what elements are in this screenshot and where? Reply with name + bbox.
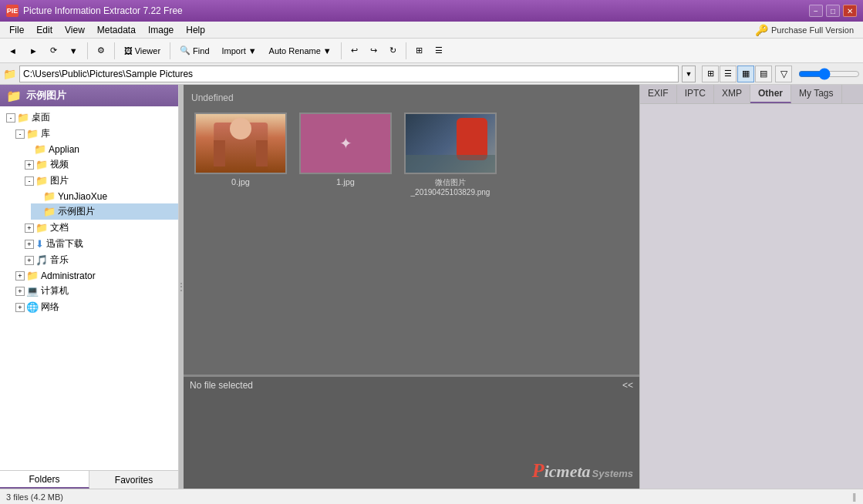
menu-help[interactable]: Help: [180, 23, 211, 37]
view-btn-4[interactable]: ▤: [755, 66, 772, 82]
filter-button[interactable]: ▽: [775, 66, 792, 82]
tree-toggle-network[interactable]: +: [15, 303, 25, 312]
folder-icon-xunlei: ⬇: [35, 238, 44, 250]
menu-image[interactable]: Image: [142, 23, 180, 37]
preview-header: No file selected <<: [184, 377, 639, 394]
view-grid-button[interactable]: ⊞: [410, 41, 428, 61]
purchase-link[interactable]: Purchase Full Version: [771, 25, 854, 35]
address-dropdown-button[interactable]: ▼: [682, 66, 696, 82]
tree-label-computer: 计算机: [41, 284, 69, 297]
tree-label-desktop: 桌面: [32, 111, 50, 124]
info-tab-mytags[interactable]: My Tags: [791, 85, 841, 103]
no-file-text: No file selected: [190, 380, 253, 391]
tree-label-xunlei: 迅雷下载: [46, 237, 83, 250]
find-button[interactable]: 🔍 Find: [174, 41, 214, 61]
refresh-button[interactable]: ⟳: [45, 41, 62, 61]
tree-item-xunlei[interactable]: + ⬇ 迅雷下载: [22, 236, 178, 252]
tree-toggle-desktop[interactable]: -: [6, 113, 15, 123]
zoom-slider[interactable]: [798, 68, 860, 80]
menu-metadata[interactable]: Metadata: [91, 23, 142, 37]
auto-rename-label: Auto Rename: [269, 46, 321, 55]
info-content: [640, 104, 863, 489]
thumb-img-pink: [301, 114, 390, 173]
toolbar-sep-1: [87, 42, 88, 59]
tab-folders[interactable]: Folders: [0, 471, 89, 489]
import-button[interactable]: Import ▼: [217, 41, 262, 61]
info-panel: EXIF IPTC XMP Other My Tags: [639, 85, 863, 489]
tree-label-sample: 示例图片: [58, 205, 95, 218]
tree-item-computer[interactable]: + 💻 计算机: [12, 283, 178, 299]
panel-tabs: Folders Favorites: [0, 470, 178, 489]
tab-favorites[interactable]: Favorites: [89, 471, 178, 489]
folder-icon-admin: 📁: [26, 270, 39, 281]
forward-button[interactable]: ►: [24, 41, 43, 61]
tree-item-applian[interactable]: 📁 Applian: [22, 142, 178, 156]
settings-button[interactable]: ⚙: [92, 41, 110, 61]
info-tab-other[interactable]: Other: [750, 85, 791, 103]
menu-edit[interactable]: Edit: [30, 23, 59, 37]
computer-icon: 💻: [26, 285, 39, 297]
back-button[interactable]: ◄: [3, 41, 22, 61]
address-input[interactable]: [19, 66, 679, 82]
content-area[interactable]: Undefined 0.jpg: [184, 85, 639, 375]
file-item-2[interactable]: 微信图片_20190425103829.png: [404, 113, 497, 197]
tree-label-ku: 库: [41, 127, 50, 140]
tree-item-admin[interactable]: + 📁 Administrator: [12, 268, 178, 283]
info-tab-iptc[interactable]: IPTC: [677, 85, 714, 103]
view-btn-1[interactable]: ⊞: [702, 66, 719, 82]
folder-icon-ku: 📁: [26, 128, 39, 139]
toolbar-sep-3: [170, 42, 170, 59]
tree-item-video[interactable]: + 📁 视频: [22, 156, 178, 173]
info-tab-exif[interactable]: EXIF: [640, 85, 677, 103]
title-bar: PIE Picture Information Extractor 7.22 F…: [0, 0, 863, 22]
app-title: Picture Information Extractor 7.22 Free: [23, 5, 809, 16]
zoom-slider-container: [798, 68, 860, 80]
tree-toggle-admin[interactable]: +: [15, 271, 25, 281]
tree-toggle-video[interactable]: +: [25, 160, 34, 170]
redo-button[interactable]: ↪: [365, 41, 383, 61]
undo-button[interactable]: ↩: [346, 41, 363, 61]
menu-file[interactable]: File: [3, 23, 30, 37]
purchase-area: 🔑 Purchase Full Version: [755, 24, 860, 36]
tree-toggle-docs[interactable]: +: [25, 223, 34, 233]
collapse-button[interactable]: <<: [622, 380, 633, 391]
logo-p: P: [532, 459, 544, 482]
redo2-button[interactable]: ↻: [384, 41, 402, 61]
tree-item-yun[interactable]: 📁 YunJiaoXue: [31, 189, 178, 203]
tree-item-pics[interactable]: - 📁 图片: [22, 173, 178, 189]
maximize-button[interactable]: □: [826, 5, 840, 17]
tree-toggle-xunlei[interactable]: +: [25, 240, 34, 249]
viewer-button[interactable]: 🖼 Viewer: [119, 41, 166, 61]
left-panel: 📁 示例图片 - 📁 桌面 - 📁 库 📁 Applian: [0, 85, 179, 489]
tree-item-ku[interactable]: - 📁 库: [12, 126, 178, 142]
thumb-label-2: 微信图片_20190425103829.png: [404, 177, 497, 197]
tree-container[interactable]: - 📁 桌面 - 📁 库 📁 Applian + 📁 视频: [0, 106, 178, 470]
logo-systems: Systems: [592, 468, 633, 479]
minimize-button[interactable]: −: [809, 5, 823, 17]
tree-toggle-pics[interactable]: -: [25, 176, 34, 186]
tree-toggle-music[interactable]: +: [25, 256, 34, 265]
menu-view[interactable]: View: [59, 23, 91, 37]
tree-item-network[interactable]: + 🌐 网络: [12, 299, 178, 315]
tree-toggle-ku[interactable]: -: [15, 129, 25, 139]
tree-item-sample[interactable]: 📁 示例图片: [31, 203, 178, 220]
info-tab-xmp[interactable]: XMP: [714, 85, 750, 103]
toolbar: ◄ ► ⟳ ▼ ⚙ 🖼 Viewer 🔍 Find Import ▼ Auto …: [0, 39, 863, 63]
tree-toggle-computer[interactable]: +: [15, 287, 25, 296]
file-item-0[interactable]: 0.jpg: [194, 113, 287, 197]
file-item-1[interactable]: 1.jpg: [299, 113, 392, 197]
view-btn-3[interactable]: ▦: [737, 66, 754, 82]
status-right: ‖: [852, 492, 857, 502]
dropdown-button[interactable]: ▼: [64, 41, 83, 61]
view-list-button[interactable]: ☰: [430, 41, 448, 61]
tree-item-desktop[interactable]: - 📁 桌面: [3, 109, 178, 126]
view-btn-2[interactable]: ☰: [720, 66, 737, 82]
address-bar: 📁 ▼ ⊞ ☰ ▦ ▤ ▽: [0, 63, 863, 85]
tree-item-music[interactable]: + 🎵 音乐: [22, 252, 178, 268]
network-icon: 🌐: [26, 301, 39, 313]
auto-rename-button[interactable]: Auto Rename ▼: [264, 41, 337, 61]
close-button[interactable]: ✕: [843, 5, 857, 17]
tree-item-docs[interactable]: + 📁 文档: [22, 220, 178, 236]
tree-label-music: 音乐: [50, 254, 69, 267]
folder-icon-pics: 📁: [35, 175, 48, 186]
